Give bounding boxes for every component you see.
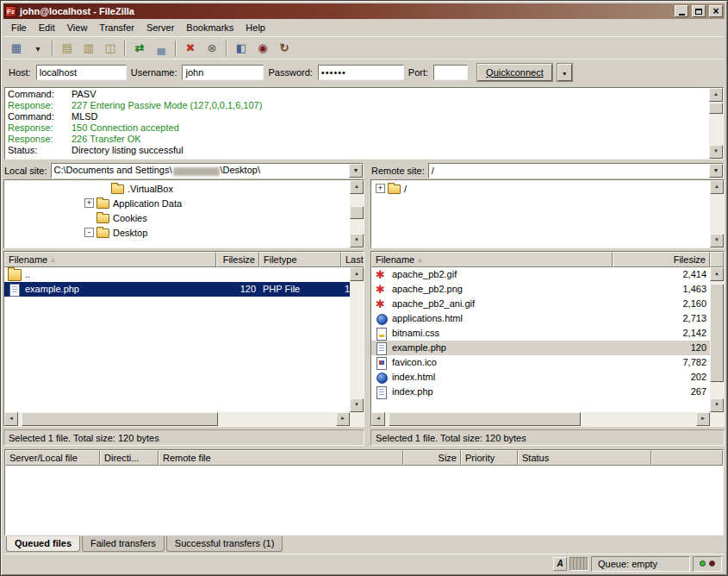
pane-splitter[interactable] bbox=[364, 251, 370, 446]
title-bar[interactable]: john@localhost - FileZilla bbox=[3, 3, 725, 19]
file-row-index-html[interactable]: index.html202 bbox=[371, 370, 710, 385]
column-header-filesize[interactable]: Filesize bbox=[216, 252, 259, 267]
file-row-favicon-ico[interactable]: favicon.ico7,782 bbox=[371, 355, 710, 370]
file-row-bitnami-css[interactable]: bitnami.css2,142 bbox=[371, 326, 710, 341]
file-row-apache-pb2-png[interactable]: apache_pb2.png1,463 bbox=[371, 282, 710, 297]
scroll-up-button[interactable]: ▲ bbox=[350, 267, 364, 281]
port-input[interactable] bbox=[433, 65, 468, 80]
quickconnect-button[interactable]: Quickconnect bbox=[477, 64, 552, 81]
column-header-size[interactable]: Size bbox=[403, 450, 461, 466]
maximize-button[interactable] bbox=[692, 5, 706, 17]
file-row-apache-pb2-ani-gif[interactable]: apache_pb2_ani.gif2,160 bbox=[371, 297, 710, 311]
scroll-up-button[interactable]: ▲ bbox=[350, 180, 364, 194]
remote-list-scrollbar[interactable]: ▲▼ bbox=[710, 267, 724, 412]
file-row-item[interactable]: .. bbox=[4, 267, 350, 282]
menu-item-transfer[interactable]: Transfer bbox=[93, 21, 140, 34]
column-header-status[interactable]: Status bbox=[518, 450, 651, 466]
scroll-up-button[interactable]: ▲ bbox=[710, 267, 724, 281]
remote-site-dropdown-button[interactable]: ▼ bbox=[709, 164, 723, 178]
local-list-scrollbar[interactable]: ▲▼ bbox=[350, 267, 364, 412]
toggle-local-tree-button[interactable] bbox=[78, 39, 99, 58]
column-header-directi[interactable]: Directi... bbox=[100, 450, 159, 466]
scroll-thumb[interactable] bbox=[709, 103, 723, 114]
close-button[interactable] bbox=[709, 5, 723, 17]
refresh-button[interactable] bbox=[129, 39, 150, 58]
transfer-type-icon[interactable] bbox=[553, 557, 567, 571]
local-tree-scrollbar[interactable]: ▲▼ bbox=[350, 180, 364, 247]
scroll-up-button[interactable]: ▲ bbox=[710, 180, 724, 194]
cancel-button[interactable] bbox=[180, 39, 201, 58]
scroll-thumb[interactable] bbox=[350, 206, 364, 220]
local-site-dropdown-button[interactable]: ▼ bbox=[349, 164, 363, 178]
scroll-thumb[interactable] bbox=[710, 284, 724, 382]
menu-item-file[interactable]: File bbox=[5, 21, 33, 34]
scroll-track[interactable] bbox=[385, 412, 696, 426]
toggle-remote-tree-button[interactable] bbox=[100, 39, 121, 58]
menu-item-bookmarks[interactable]: Bookmarks bbox=[180, 21, 240, 34]
pane-splitter[interactable] bbox=[364, 161, 370, 248]
toggle-message-log-button[interactable] bbox=[57, 39, 78, 58]
scroll-left-button[interactable]: ◄ bbox=[4, 412, 18, 426]
scroll-down-button[interactable]: ▼ bbox=[350, 234, 364, 247]
column-header-remote-file[interactable]: Remote file bbox=[159, 450, 403, 466]
synchronized-browsing-button[interactable] bbox=[274, 39, 295, 58]
column-header-priority[interactable]: Priority bbox=[461, 450, 518, 466]
scroll-down-button[interactable]: ▼ bbox=[350, 398, 364, 412]
tree-item-desktop[interactable]: -Desktop bbox=[5, 225, 348, 240]
tree-item-application-data[interactable]: +Application Data bbox=[5, 196, 348, 210]
directory-comparison-button[interactable] bbox=[231, 39, 252, 58]
minimize-button[interactable] bbox=[675, 5, 688, 17]
find-button[interactable] bbox=[252, 39, 273, 58]
tree-expander-plus-icon[interactable]: + bbox=[84, 198, 94, 208]
scroll-right-button[interactable]: ► bbox=[336, 412, 350, 426]
password-input[interactable] bbox=[318, 65, 404, 80]
host-input[interactable] bbox=[36, 65, 127, 80]
remote-tree-scrollbar[interactable]: ▲▼ bbox=[710, 180, 724, 247]
tab-failed-transfers[interactable]: Failed transfers bbox=[82, 536, 165, 552]
tab-successful-transfers-1[interactable]: Successful transfers (1) bbox=[166, 536, 283, 552]
menu-item-view[interactable]: View bbox=[61, 21, 94, 34]
local-hscrollbar[interactable]: ◄► bbox=[4, 412, 364, 426]
scroll-left-button[interactable]: ◄ bbox=[371, 412, 385, 426]
menu-item-edit[interactable]: Edit bbox=[33, 21, 61, 34]
toggle-queue-button[interactable] bbox=[151, 39, 171, 58]
column-header-last-modified[interactable]: Last modified bbox=[341, 252, 364, 267]
column-header-filename[interactable]: Filename▵ bbox=[371, 252, 613, 267]
file-row-apache-pb2-gif[interactable]: apache_pb2.gif2,414 bbox=[371, 267, 710, 282]
file-row-example-php[interactable]: example.php120 bbox=[371, 341, 710, 355]
scroll-down-button[interactable]: ▼ bbox=[710, 234, 724, 247]
username-input[interactable] bbox=[182, 65, 264, 80]
site-manager-dropdown-button[interactable] bbox=[28, 39, 48, 58]
remote-hscrollbar[interactable]: ◄► bbox=[371, 412, 724, 426]
tree-item-virtualbox[interactable]: .VirtualBox bbox=[5, 181, 348, 196]
local-site-combobox[interactable]: C:\Documents and Settings\\Desktop\ ▼ bbox=[51, 163, 364, 178]
tree-expander-plus-icon[interactable]: + bbox=[376, 184, 385, 193]
tab-queued-files[interactable]: Queued files bbox=[6, 536, 80, 552]
column-header-server-local-file[interactable]: Server/Local file bbox=[5, 450, 100, 466]
file-row-index-php[interactable]: index.php267 bbox=[371, 385, 710, 399]
scroll-track[interactable] bbox=[350, 194, 364, 234]
column-header-filename[interactable]: Filename▵ bbox=[4, 252, 216, 267]
menu-item-help[interactable]: Help bbox=[240, 21, 271, 34]
scroll-thumb[interactable] bbox=[22, 412, 219, 426]
scroll-right-button[interactable]: ► bbox=[696, 412, 710, 426]
menu-item-server[interactable]: Server bbox=[140, 21, 180, 34]
scroll-track[interactable] bbox=[710, 194, 724, 234]
disconnect-button[interactable] bbox=[202, 39, 222, 58]
keyboard-icon[interactable] bbox=[569, 557, 588, 571]
remote-site-combobox[interactable]: / ▼ bbox=[428, 163, 724, 178]
tree-item-cookies[interactable]: Cookies bbox=[5, 210, 348, 225]
scroll-thumb[interactable] bbox=[389, 412, 582, 426]
scroll-track[interactable] bbox=[18, 412, 336, 426]
site-manager-button[interactable] bbox=[6, 39, 27, 58]
column-header-filesize[interactable]: Filesize bbox=[613, 252, 710, 267]
scroll-up-button[interactable]: ▲ bbox=[709, 88, 723, 102]
tree-item-item[interactable]: +/ bbox=[372, 181, 708, 196]
tree-expander-minus-icon[interactable]: - bbox=[84, 228, 94, 237]
scroll-track[interactable] bbox=[350, 281, 364, 398]
scroll-track[interactable] bbox=[710, 281, 724, 398]
file-row-example-php[interactable]: example.php120PHP File1 bbox=[4, 282, 350, 297]
column-header-filetype[interactable]: Filetype bbox=[259, 252, 341, 267]
scroll-down-button[interactable]: ▼ bbox=[710, 398, 724, 412]
file-row-applications-html[interactable]: applications.html2,713 bbox=[371, 311, 710, 326]
